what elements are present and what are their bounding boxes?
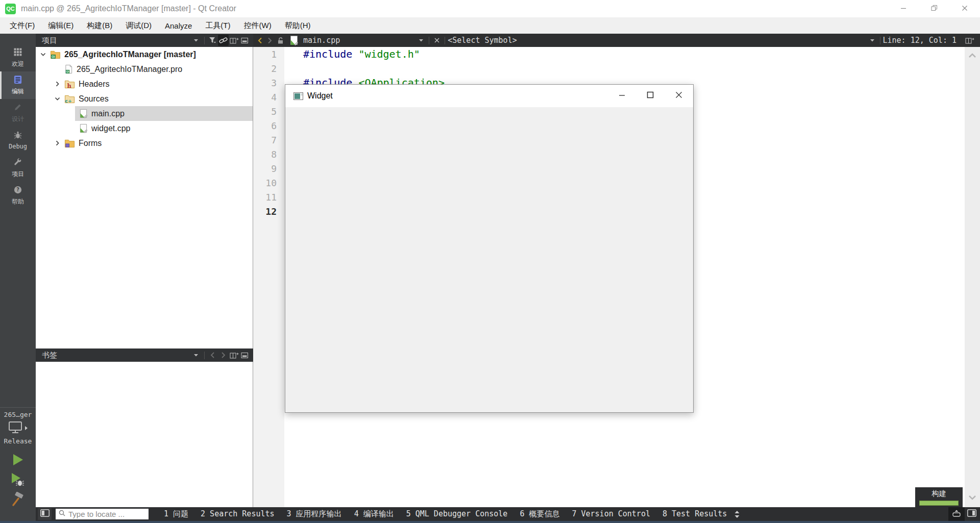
go-back-button[interactable] xyxy=(255,37,265,44)
tree-item[interactable]: c+Sources xyxy=(64,91,253,106)
editor-line[interactable]: 2 xyxy=(253,61,965,76)
close-button[interactable] xyxy=(949,0,980,17)
pane-dropdown-button[interactable] xyxy=(191,35,202,46)
close-icon xyxy=(675,91,682,101)
divider xyxy=(204,37,205,44)
kit-project-name[interactable]: 265…ger xyxy=(4,411,32,418)
sync-with-editor-icon[interactable] xyxy=(218,35,229,46)
back-icon[interactable] xyxy=(207,350,218,361)
scroll-up-icon[interactable] xyxy=(968,51,976,60)
progress-details-button[interactable] xyxy=(948,507,965,521)
tree-item[interactable]: main.cpp xyxy=(75,106,253,121)
close-pane-icon[interactable] xyxy=(239,350,250,361)
editor-line[interactable]: 1#include "widget.h" xyxy=(253,47,965,61)
indent xyxy=(36,62,53,77)
widget-titlebar[interactable]: Widget xyxy=(285,85,693,107)
mode-item-bug[interactable]: Debug xyxy=(0,127,36,154)
widget-maximize-button[interactable] xyxy=(636,85,665,107)
widget-app-window[interactable]: Widget xyxy=(285,84,694,413)
widget-client-area xyxy=(285,107,693,412)
output-pane-button-6[interactable]: 6 概要信息 xyxy=(520,509,559,519)
tree-item[interactable]: Qt265_AgritechIoTManager [master] xyxy=(50,47,253,62)
mode-label: Debug xyxy=(9,143,27,150)
tree-row: main.cpp xyxy=(36,106,253,121)
widget-close-button[interactable] xyxy=(665,85,693,107)
output-pane-button-2[interactable]: 2 Search Results xyxy=(201,509,275,519)
locator-input[interactable]: Type to locate ... xyxy=(56,509,149,519)
mode-item-help[interactable]: ?帮助 xyxy=(0,182,36,209)
open-file-name[interactable]: main.cpp xyxy=(303,36,340,45)
menu-item-5[interactable]: Analyze xyxy=(158,17,199,34)
editor-scrollbar[interactable] xyxy=(965,47,980,507)
close-pane-icon[interactable] xyxy=(239,35,250,46)
go-forward-button[interactable] xyxy=(265,37,275,44)
line-number: 1 xyxy=(253,47,284,61)
qt-creator-logo-icon: QC xyxy=(5,4,16,14)
line-number: 3 xyxy=(253,76,284,90)
tree-item-label: 265_AgritechIoTManager [master] xyxy=(64,50,196,59)
widget-minimize-button[interactable] xyxy=(607,85,636,107)
edit-icon xyxy=(13,75,22,86)
output-pane-button-8[interactable]: 8 Test Results xyxy=(663,509,727,519)
tree-item[interactable]: widget.cpp xyxy=(75,121,253,136)
code-text xyxy=(284,61,303,76)
menu-item-2[interactable]: 编辑(E) xyxy=(41,17,80,34)
close-document-icon[interactable] xyxy=(432,38,442,43)
tree-item[interactable]: Forms xyxy=(64,136,253,151)
bookmarks-pane-title: 书签 xyxy=(42,351,57,360)
tree-row: c+Sources xyxy=(36,91,253,106)
chevron-right-icon[interactable] xyxy=(53,81,61,87)
output-pane-button-1[interactable]: 1 问题 xyxy=(164,509,188,519)
tree-item[interactable]: hHeaders xyxy=(64,77,253,91)
scroll-down-icon[interactable] xyxy=(968,493,976,502)
tree-item-label: Headers xyxy=(79,80,109,89)
output-pane-button-3[interactable]: 3 应用程序输出 xyxy=(287,509,342,519)
menu-item-1[interactable]: 文件(F) xyxy=(3,17,41,34)
chevron-down-icon[interactable] xyxy=(39,51,47,58)
divider xyxy=(445,37,445,44)
tree-row: widget.cpp xyxy=(36,121,253,136)
editor-options-dropdown-icon[interactable] xyxy=(868,39,877,42)
filter-icon[interactable] xyxy=(207,35,218,46)
build-progress-popup[interactable]: 构建 xyxy=(915,487,963,507)
menu-item-7[interactable]: 控件(W) xyxy=(237,17,278,34)
menu-item-8[interactable]: 帮助(H) xyxy=(278,17,317,34)
projects-pane-header: 项目 xyxy=(36,34,253,47)
mode-label: 编辑 xyxy=(12,87,24,96)
folder-h-icon: h xyxy=(64,79,75,89)
hammer-icon xyxy=(10,501,26,509)
split-icon[interactable] xyxy=(229,35,239,46)
menu-item-6[interactable]: 工具(T) xyxy=(199,17,237,34)
menu-item-4[interactable]: 调试(D) xyxy=(119,17,158,34)
output-pane-switcher-icon[interactable] xyxy=(734,510,740,518)
chevron-down-icon[interactable] xyxy=(53,95,61,102)
split-icon[interactable] xyxy=(229,350,239,361)
tree-item-label: Forms xyxy=(79,139,102,148)
mode-item-wrench[interactable]: 项目 xyxy=(0,154,36,182)
symbol-selector[interactable]: <Select Symbol> xyxy=(448,36,517,45)
restore-button[interactable] xyxy=(919,0,949,17)
run-debug-button[interactable] xyxy=(10,472,26,489)
chevron-right-icon[interactable] xyxy=(53,140,61,146)
mode-item-grid[interactable]: 欢迎 xyxy=(0,44,36,71)
document-dropdown-icon[interactable] xyxy=(416,39,426,42)
tree-item[interactable]: Qt265_AgritechIoTManager.pro xyxy=(64,62,253,77)
mode-item-edit[interactable]: 编辑 xyxy=(0,71,36,99)
toggle-left-sidebar-button[interactable] xyxy=(38,508,52,520)
menu-item-3[interactable]: 构建(B) xyxy=(80,17,119,34)
indent xyxy=(36,136,53,151)
kit-target-button[interactable] xyxy=(8,420,28,436)
line-number: 9 xyxy=(253,161,284,176)
forward-icon[interactable] xyxy=(218,350,229,361)
toggle-right-sidebar-button[interactable] xyxy=(965,507,979,521)
line-number: 2 xyxy=(253,61,284,76)
build-config-label: Release xyxy=(4,437,32,445)
split-editor-icon[interactable] xyxy=(963,37,977,44)
output-pane-button-7[interactable]: 7 Version Control xyxy=(572,509,650,519)
pane-dropdown-button[interactable] xyxy=(191,350,202,361)
minimize-button[interactable] xyxy=(888,0,919,17)
output-pane-button-5[interactable]: 5 QML Debugger Console xyxy=(406,509,508,519)
output-pane-button-4[interactable]: 4 编译输出 xyxy=(354,509,394,519)
build-button[interactable] xyxy=(10,492,26,509)
run-button[interactable] xyxy=(11,453,24,468)
